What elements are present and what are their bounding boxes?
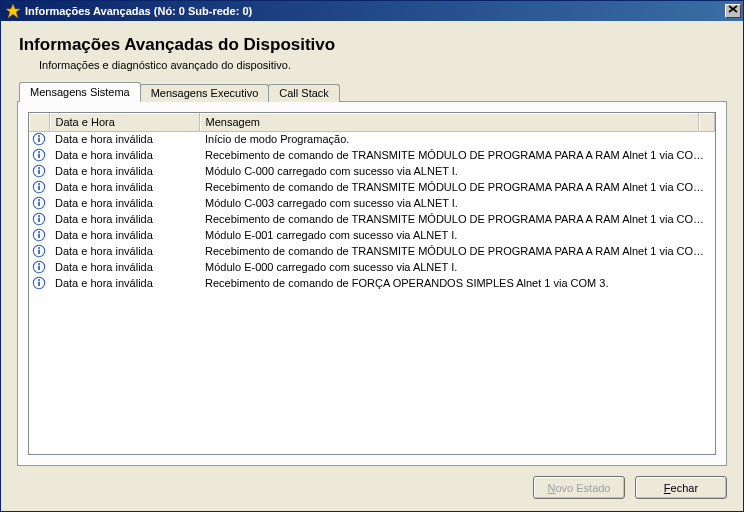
dialog-window: Informações Avançadas (Nó: 0 Sub-rede: 0… [0, 0, 744, 512]
svg-rect-5 [38, 138, 40, 142]
svg-rect-32 [38, 282, 40, 286]
svg-rect-17 [38, 202, 40, 206]
cell-date: Data e hora inválida [49, 163, 199, 179]
svg-point-13 [38, 183, 40, 185]
table-row[interactable]: Data e hora inválidaMódulo E-000 carrega… [29, 259, 715, 275]
info-icon [29, 131, 49, 147]
cell-message: Recebimento de comando de TRANSMITE MÓDU… [199, 147, 715, 163]
cell-message: Módulo C-000 carregado com sucesso via A… [199, 163, 715, 179]
close-button[interactable] [725, 4, 741, 18]
cell-message: Recebimento de comando de FORÇA OPERANDO… [199, 275, 715, 291]
button-row: Novo Estado Fechar [17, 466, 727, 499]
info-icon [29, 211, 49, 227]
content-area: Informações Avançadas do Dispositivo Inf… [1, 21, 743, 511]
table-empty-area [29, 291, 715, 454]
novo-estado-button[interactable]: Novo Estado [533, 476, 625, 499]
app-icon [5, 3, 21, 19]
col-header-date[interactable]: Data e Hora [49, 113, 199, 131]
table-row[interactable]: Data e hora inválidaRecebimento de coman… [29, 179, 715, 195]
table-row[interactable]: Data e hora inválidaMódulo C-003 carrega… [29, 195, 715, 211]
col-header-message[interactable]: Mensagem [199, 113, 699, 131]
cell-message: Módulo E-001 carregado com sucesso via A… [199, 227, 715, 243]
tab-call-stack[interactable]: Call Stack [268, 84, 340, 102]
col-header-icon[interactable] [29, 113, 49, 131]
header-block: Informações Avançadas do Dispositivo Inf… [17, 31, 727, 81]
info-icon [29, 243, 49, 259]
table-row[interactable]: Data e hora inválidaRecebimento de coman… [29, 211, 715, 227]
svg-rect-20 [38, 218, 40, 222]
cell-date: Data e hora inválida [49, 131, 199, 147]
table-row[interactable]: Data e hora inválidaMódulo C-000 carrega… [29, 163, 715, 179]
svg-point-25 [38, 247, 40, 249]
table-header-row: Data e Hora Mensagem [29, 113, 715, 131]
table-row[interactable]: Data e hora inválidaRecebimento de coman… [29, 147, 715, 163]
cell-message: Módulo C-003 carregado com sucesso via A… [199, 195, 715, 211]
page-title: Informações Avançadas do Dispositivo [19, 35, 725, 55]
cell-date: Data e hora inválida [49, 147, 199, 163]
svg-rect-14 [38, 186, 40, 190]
svg-rect-8 [38, 154, 40, 158]
cell-message: Recebimento de comando de TRANSMITE MÓDU… [199, 243, 715, 259]
cell-date: Data e hora inválida [49, 275, 199, 291]
window-title: Informações Avançadas (Nó: 0 Sub-rede: 0… [25, 5, 725, 17]
cell-message: Recebimento de comando de TRANSMITE MÓDU… [199, 211, 715, 227]
tab-mensagens-sistema[interactable]: Mensagens Sistema [19, 82, 141, 102]
svg-rect-29 [38, 266, 40, 270]
svg-point-19 [38, 215, 40, 217]
cell-date: Data e hora inválida [49, 227, 199, 243]
cell-message: Início de modo Programação. [199, 131, 715, 147]
svg-point-31 [38, 279, 40, 281]
table-row[interactable]: Data e hora inválidaRecebimento de coman… [29, 243, 715, 259]
tab-strip: Mensagens Sistema Mensagens Executivo Ca… [17, 81, 727, 101]
svg-rect-23 [38, 234, 40, 238]
tab-container: Mensagens Sistema Mensagens Executivo Ca… [17, 81, 727, 466]
fechar-button[interactable]: Fechar [635, 476, 727, 499]
svg-point-4 [38, 135, 40, 137]
info-icon [29, 259, 49, 275]
svg-rect-26 [38, 250, 40, 254]
info-icon [29, 227, 49, 243]
svg-rect-11 [38, 170, 40, 174]
info-icon [29, 179, 49, 195]
cell-date: Data e hora inválida [49, 195, 199, 211]
svg-marker-0 [6, 4, 20, 18]
info-icon [29, 275, 49, 291]
tab-mensagens-executivo[interactable]: Mensagens Executivo [140, 84, 270, 102]
page-subtitle: Informações e diagnóstico avançado do di… [19, 55, 725, 71]
cell-message: Módulo E-000 carregado com sucesso via A… [199, 259, 715, 275]
message-table: Data e Hora Mensagem Data e hora inválid… [28, 112, 716, 455]
svg-point-22 [38, 231, 40, 233]
cell-date: Data e hora inválida [49, 259, 199, 275]
svg-point-7 [38, 151, 40, 153]
cell-date: Data e hora inválida [49, 179, 199, 195]
cell-date: Data e hora inválida [49, 243, 199, 259]
col-header-scroll [699, 113, 715, 131]
cell-message: Recebimento de comando de TRANSMITE MÓDU… [199, 179, 715, 195]
info-icon [29, 163, 49, 179]
table-row[interactable]: Data e hora inválidaInício de modo Progr… [29, 131, 715, 147]
info-icon [29, 195, 49, 211]
cell-date: Data e hora inválida [49, 211, 199, 227]
svg-point-16 [38, 199, 40, 201]
info-icon [29, 147, 49, 163]
svg-point-10 [38, 167, 40, 169]
tab-panel: Data e Hora Mensagem Data e hora inválid… [17, 101, 727, 466]
table-row[interactable]: Data e hora inválidaMódulo E-001 carrega… [29, 227, 715, 243]
svg-point-28 [38, 263, 40, 265]
table-row[interactable]: Data e hora inválidaRecebimento de coman… [29, 275, 715, 291]
titlebar: Informações Avançadas (Nó: 0 Sub-rede: 0… [1, 1, 743, 21]
